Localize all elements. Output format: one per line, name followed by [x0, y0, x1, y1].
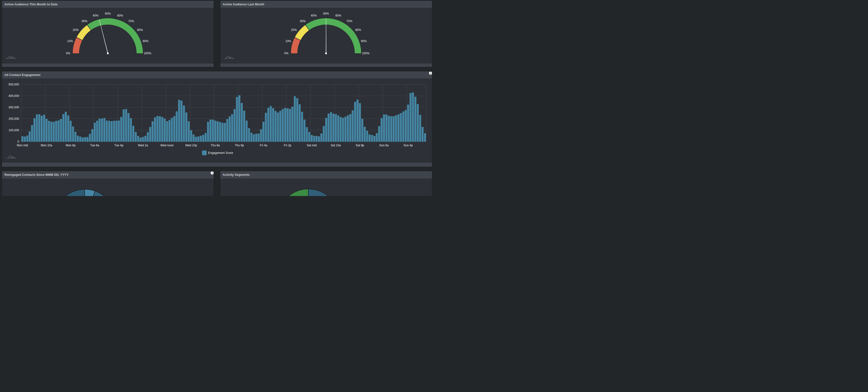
- svg-text:Mon 8p: Mon 8p: [66, 144, 75, 147]
- svg-text:20%: 20%: [73, 28, 79, 32]
- svg-text:40%: 40%: [93, 14, 98, 17]
- svg-text:80%: 80%: [137, 28, 143, 32]
- svg-text:Sun 6a: Sun 6a: [379, 144, 389, 147]
- svg-text:100,000: 100,000: [8, 129, 19, 132]
- svg-text:100%: 100%: [362, 52, 370, 55]
- svg-text:30%: 30%: [300, 20, 306, 23]
- svg-text:Sat mid: Sat mid: [307, 144, 317, 147]
- svg-text:?: ?: [212, 172, 213, 174]
- svg-text:300,000: 300,000: [8, 106, 19, 109]
- svg-text:70%: 70%: [346, 20, 352, 23]
- svg-text:80%: 80%: [355, 28, 361, 32]
- svg-text:Tue 4p: Tue 4p: [114, 144, 123, 147]
- svg-text:0%: 0%: [66, 52, 70, 55]
- svg-text:40%: 40%: [311, 14, 317, 17]
- svg-text:70%: 70%: [128, 20, 134, 23]
- svg-text:50%: 50%: [323, 12, 329, 15]
- svg-text:10%: 10%: [67, 39, 73, 43]
- svg-text:Sat 8p: Sat 8p: [356, 144, 364, 147]
- svg-text:Wed 10p: Wed 10p: [185, 144, 197, 147]
- svg-text:30%: 30%: [82, 20, 88, 23]
- svg-text:Engagement Score: Engagement Score: [208, 151, 233, 155]
- svg-text:Thu 6p: Thu 6p: [235, 144, 244, 147]
- svg-text:90%: 90%: [143, 39, 148, 43]
- svg-text:Fri 2p: Fri 2p: [284, 144, 291, 147]
- svg-text:400,000: 400,000: [8, 94, 19, 98]
- svg-text:200,000: 200,000: [8, 117, 19, 121]
- svg-text:Wed 2a: Wed 2a: [138, 144, 148, 147]
- svg-text:Mon mid: Mon mid: [17, 144, 28, 147]
- svg-text:0: 0: [18, 140, 19, 143]
- svg-text:Thu 8a: Thu 8a: [211, 144, 220, 147]
- svg-text:10%: 10%: [285, 39, 291, 43]
- svg-text:Fri 4a: Fri 4a: [260, 144, 267, 147]
- svg-text:Sat 10a: Sat 10a: [331, 144, 341, 147]
- svg-text:500,000: 500,000: [8, 83, 19, 86]
- svg-text:60%: 60%: [335, 14, 341, 17]
- svg-text:Mon 10a: Mon 10a: [41, 144, 52, 147]
- svg-text:90%: 90%: [361, 39, 367, 43]
- svg-text:50%: 50%: [105, 12, 111, 15]
- svg-text:0%: 0%: [284, 52, 288, 55]
- svg-text:Wed noon: Wed noon: [160, 144, 174, 147]
- svg-text:60%: 60%: [117, 14, 123, 17]
- svg-text:20%: 20%: [291, 28, 297, 32]
- svg-text:Tue 6a: Tue 6a: [90, 144, 99, 147]
- svg-text:Sun 4p: Sun 4p: [404, 144, 413, 147]
- svg-text:?: ?: [430, 72, 431, 75]
- svg-text:100%: 100%: [144, 52, 151, 55]
